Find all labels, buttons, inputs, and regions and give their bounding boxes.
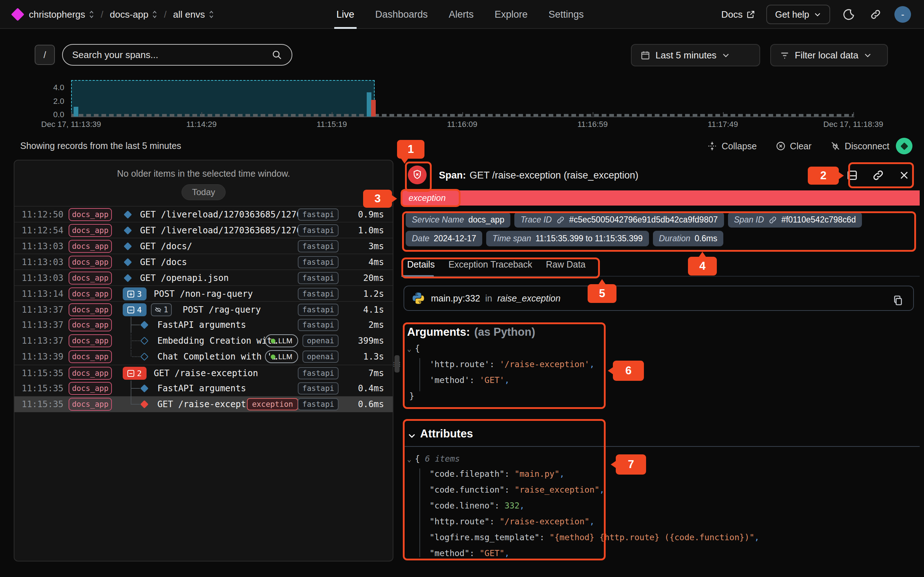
span-diamond-outline-icon bbox=[141, 353, 149, 361]
chart-selection-region[interactable] bbox=[71, 80, 375, 117]
chart-plot-area[interactable] bbox=[71, 81, 853, 116]
span-row[interactable]: 11:13:03docs_appGET /openapi.jsonfastapi… bbox=[15, 269, 393, 285]
framework-badge: fastapi bbox=[298, 398, 339, 410]
collapse-button[interactable]: Collapse bbox=[707, 141, 756, 152]
breadcrumb-separator: / bbox=[101, 9, 103, 20]
span-row[interactable]: 11:15:35docs_appFastAPI argumentsfastapi… bbox=[15, 380, 393, 396]
collapse-label: Collapse bbox=[722, 141, 756, 152]
panel-resize-handle[interactable]: ⋮⋮ bbox=[394, 355, 399, 372]
span-row[interactable]: 11:12:54docs_appGET /livereload/12703636… bbox=[15, 222, 393, 238]
share-link-button[interactable] bbox=[868, 6, 884, 23]
span-row-duration: 20ms bbox=[363, 273, 384, 283]
docs-link[interactable]: Docs bbox=[721, 9, 756, 20]
span-row[interactable]: 11:15:35docs_appGET /raise-exception …ex… bbox=[15, 396, 393, 412]
code-token: "method" bbox=[430, 548, 470, 558]
span-row[interactable]: 11:15:35docs_app−2GET /raise-exceptionfa… bbox=[15, 364, 393, 380]
chevron-down-icon bbox=[863, 51, 872, 60]
collapse-icon bbox=[707, 141, 717, 151]
service-badge: docs_app bbox=[69, 240, 112, 253]
link-icon bbox=[870, 9, 881, 20]
nav-tab-live[interactable]: Live bbox=[336, 0, 354, 29]
span-row[interactable]: 11:13:14docs_app+3POST /non-rag-queryfas… bbox=[15, 285, 393, 301]
chevron-updown-icon bbox=[208, 10, 214, 19]
span-row-duration: 0.4ms bbox=[358, 384, 384, 393]
code-token: "logfire.msg_template" bbox=[430, 533, 540, 542]
service-badge: docs_app bbox=[69, 382, 112, 395]
nav-tab-explore[interactable]: Explore bbox=[494, 0, 528, 29]
nav-tab-dashboards[interactable]: Dashboards bbox=[375, 0, 428, 29]
nav-right-cluster: Docs Get help - bbox=[721, 0, 911, 29]
breadcrumb: christophergs / docs-app / all envs bbox=[13, 0, 214, 29]
span-row-duration: 4ms bbox=[368, 257, 384, 267]
span-row[interactable]: 11:13:39docs_appChat Completion with '…L… bbox=[15, 349, 393, 364]
logfire-logo-icon[interactable] bbox=[11, 8, 24, 21]
time-range-dropdown[interactable]: Last 5 minutes bbox=[631, 44, 760, 66]
hidden-spans-badge[interactable]: 1 bbox=[151, 303, 172, 316]
service-badge: docs_app bbox=[69, 334, 112, 347]
top-nav: christophergs / docs-app / all envs Live… bbox=[0, 0, 924, 29]
span-row[interactable]: 11:13:37docs_appEmbedding Creation wit…L… bbox=[15, 333, 393, 349]
span-row[interactable]: 11:12:50docs_appGET /livereload/12703636… bbox=[15, 206, 393, 222]
chevron-down-icon bbox=[722, 51, 730, 60]
tree-connector-horizontal bbox=[131, 340, 140, 341]
filter-local-data-dropdown[interactable]: Filter local data bbox=[770, 44, 888, 66]
chart-bar-errors[interactable] bbox=[371, 100, 376, 116]
records-actions: Collapse Clear Disconnect bbox=[707, 138, 889, 154]
disconnect-icon bbox=[830, 141, 840, 151]
span-row-name: Chat Completion with '… bbox=[157, 351, 277, 362]
chart-bar-spans[interactable] bbox=[74, 107, 78, 116]
eye-off-icon bbox=[155, 306, 162, 313]
chevron-updown-icon bbox=[152, 10, 157, 19]
framework-badge: fastapi bbox=[298, 319, 339, 331]
span-diamond-icon bbox=[141, 384, 149, 393]
hidden-count: 1 bbox=[163, 305, 168, 314]
span-row[interactable]: 11:13:37docs_appFastAPI argumentsfastapi… bbox=[15, 317, 393, 333]
llm-status-dot bbox=[271, 355, 275, 359]
span-row-time: 11:12:50 bbox=[22, 210, 63, 220]
span-row[interactable]: 11:13:03docs_appGET /docsfastapi4ms bbox=[15, 253, 393, 269]
span-row-time: 11:13:37 bbox=[22, 336, 63, 346]
span-search bbox=[62, 44, 292, 66]
child-count-badge[interactable]: −4 bbox=[123, 303, 147, 316]
tree-connector-horizontal bbox=[131, 356, 140, 357]
service-badge: docs_app bbox=[69, 367, 112, 380]
external-link-icon bbox=[746, 10, 756, 19]
span-histogram[interactable]: 4.02.00.0 Dec 17, 11:13:3911:14:2911:15:… bbox=[0, 76, 924, 137]
get-help-button[interactable]: Get help bbox=[766, 5, 830, 24]
span-row-name: FastAPI arguments bbox=[157, 384, 246, 393]
span-row-name: POST /non-rag-query bbox=[154, 289, 253, 299]
clear-button[interactable]: Clear bbox=[775, 141, 812, 152]
code-token: : bbox=[540, 533, 550, 542]
exception-row-badge: exception bbox=[247, 398, 298, 410]
span-row-name: Embedding Creation wit… bbox=[157, 336, 277, 346]
span-row[interactable]: 11:13:03docs_appGET /docs/fastapi3ms bbox=[15, 238, 393, 253]
code-token: "code.filepath" bbox=[430, 469, 505, 479]
search-input[interactable] bbox=[72, 49, 271, 61]
child-count-badge[interactable]: +3 bbox=[123, 287, 147, 300]
span-row-name: POST /rag-query bbox=[183, 305, 261, 315]
child-count-badge[interactable]: −2 bbox=[123, 367, 147, 380]
chevron-down-icon bbox=[814, 10, 822, 18]
framework-badge: fastapi bbox=[298, 240, 339, 253]
x-tick-mark bbox=[332, 112, 333, 116]
span-row[interactable]: 11:13:37docs_app−41POST /rag-queryfastap… bbox=[15, 301, 393, 317]
avatar[interactable]: - bbox=[894, 6, 911, 23]
docs-label: Docs bbox=[721, 9, 743, 20]
empty-window-notice: No older items in the selected time wind… bbox=[15, 168, 393, 179]
org-selector[interactable]: christophergs bbox=[29, 9, 94, 20]
today-pill[interactable]: Today bbox=[181, 184, 226, 200]
span-row-name: GET /livereload/1270363685/1270… bbox=[140, 226, 307, 235]
connection-status-indicator[interactable] bbox=[896, 138, 913, 154]
disconnect-button[interactable]: Disconnect bbox=[830, 141, 889, 152]
breadcrumb-separator: / bbox=[164, 9, 166, 20]
env-selector[interactable]: all envs bbox=[173, 9, 214, 20]
nav-tab-alerts[interactable]: Alerts bbox=[449, 0, 473, 29]
nav-tab-settings[interactable]: Settings bbox=[549, 0, 584, 29]
service-badge: docs_app bbox=[69, 272, 112, 285]
span-row-time: 11:12:54 bbox=[22, 226, 63, 235]
project-selector[interactable]: docs-app bbox=[110, 9, 157, 20]
clear-label: Clear bbox=[790, 141, 812, 152]
indent-guide bbox=[419, 469, 420, 557]
theme-toggle-button[interactable] bbox=[841, 6, 857, 23]
tree-connector-horizontal bbox=[131, 324, 140, 325]
